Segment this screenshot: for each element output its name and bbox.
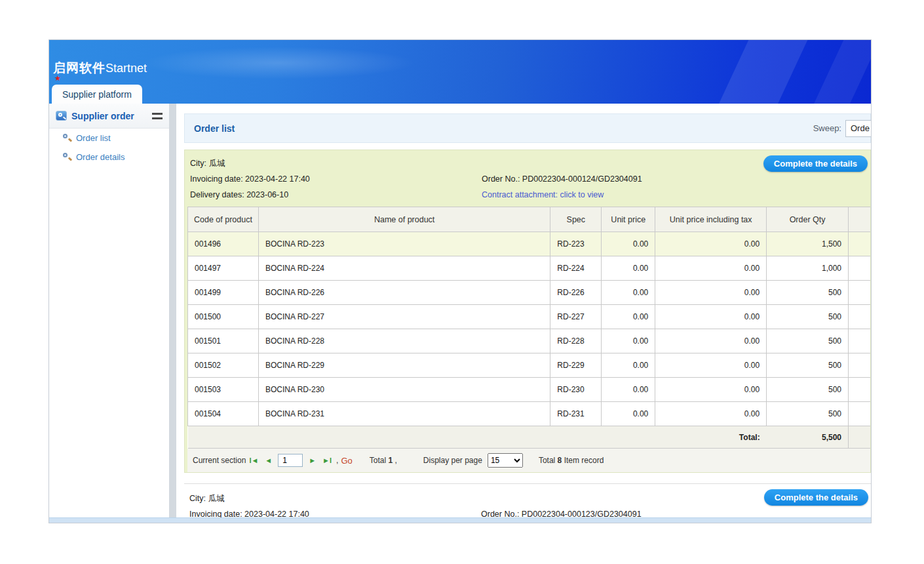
col-header-code: Code of product	[188, 207, 259, 232]
banner-streak	[712, 40, 813, 104]
table-cell: 0.00	[602, 353, 655, 378]
last-page-icon[interactable]: ►I	[322, 456, 332, 464]
menu-collapse-icon[interactable]	[152, 113, 163, 119]
table-cell: 0.00	[655, 305, 767, 329]
table-cell: 0.00	[655, 353, 767, 378]
page-size-select[interactable]: 15	[488, 453, 523, 468]
city-field: City: 瓜城	[189, 491, 481, 506]
table-cell: 500	[767, 305, 849, 329]
logo-text-cn: 启网软件	[53, 61, 106, 75]
invoicing-date-field: Invoicing date: 2023-04-22 17:40	[189, 506, 481, 517]
contract-attachment-link[interactable]: Contract attachment: click to view	[482, 187, 604, 203]
table-cell-empty	[849, 353, 872, 378]
table-cell: 0.00	[655, 329, 767, 353]
table-cell: 001503	[188, 378, 259, 402]
table-cell: RD-227	[550, 305, 602, 329]
order-no-field: Order No.: PD0022304-000123/GD2304091	[481, 506, 642, 517]
table-cell: 0.00	[602, 378, 655, 402]
table-cell: 001499	[188, 281, 259, 305]
table-cell: 500	[767, 402, 849, 426]
table-cell-empty	[849, 256, 872, 281]
col-header-unit-price: Unit price	[602, 207, 655, 232]
logo-text-en: Startnet	[106, 62, 147, 75]
delivery-date-field: Delivery dates: 2023-06-10	[190, 187, 482, 203]
table-row[interactable]: 001500BOCINA RD-227RD-2270.000.00500	[188, 305, 872, 329]
total-empty	[849, 426, 872, 449]
magnifier-icon	[62, 152, 72, 162]
sidebar-item-order-list[interactable]: Order list	[49, 129, 169, 148]
table-cell: 0.00	[655, 281, 767, 305]
total-label: Total:	[188, 426, 767, 449]
table-cell: 0.00	[602, 281, 655, 305]
table-cell: 0.00	[602, 305, 655, 329]
table-cell: 500	[767, 281, 849, 305]
order-items-table: Code of product Name of product Spec Uni…	[187, 207, 871, 449]
table-total-row: Total: 5,500	[188, 426, 872, 449]
sweep-label: Sweep:	[813, 123, 841, 133]
table-cell: 500	[767, 353, 849, 378]
main-content: Order list Sweep: Orde Complete the deta…	[176, 104, 871, 517]
table-cell: 0.00	[655, 256, 767, 281]
tab-supplier-platform[interactable]: Supplier platform	[52, 85, 142, 104]
col-header-name: Name of product	[258, 207, 550, 232]
sidebar-header[interactable]: Supplier order	[49, 104, 169, 129]
sweep-value: Orde	[851, 123, 870, 133]
table-cell: BOCINA RD-226	[258, 281, 550, 305]
table-cell-empty	[849, 232, 872, 256]
order-info-row: Invoicing date: 2023-04-22 17:40 Order N…	[187, 171, 870, 187]
table-cell: BOCINA RD-227	[258, 305, 550, 329]
table-cell: 0.00	[655, 402, 767, 426]
table-cell: 001497	[188, 256, 259, 281]
display-per-page-label: Display per page	[423, 456, 482, 465]
table-cell: 500	[767, 329, 849, 353]
table-cell-empty	[849, 378, 872, 402]
first-page-icon[interactable]: I◄	[249, 456, 258, 464]
order-info-row: Delivery dates: 2023-06-10 Contract atta…	[187, 187, 870, 203]
total-pages: Total 1 ,	[370, 456, 397, 465]
sidebar-item-label: Order details	[76, 152, 125, 162]
table-cell: 001502	[188, 353, 259, 378]
table-row[interactable]: 001499BOCINA RD-226RD-2260.000.00500	[188, 281, 872, 305]
table-cell: RD-229	[550, 353, 602, 378]
complete-details-button[interactable]: Complete the details	[764, 489, 868, 506]
table-row[interactable]: 001501BOCINA RD-228RD-2280.000.00500	[188, 329, 872, 353]
table-cell: 001500	[188, 305, 259, 329]
sidebar-item-order-details[interactable]: Order details	[49, 148, 169, 167]
table-row[interactable]: 001496BOCINA RD-223RD-2230.000.001,500	[188, 232, 872, 256]
sweep-select[interactable]: Orde	[845, 120, 871, 137]
banner-glow	[141, 47, 416, 79]
pager-comma: ,	[336, 456, 338, 465]
col-header-unit-price-tax: Unit price including tax	[655, 207, 767, 232]
table-cell: BOCINA RD-223	[258, 232, 550, 256]
table-cell: 0.00	[602, 256, 655, 281]
page-number-input[interactable]	[278, 454, 303, 467]
record-count: Total 8 Item record	[539, 456, 604, 465]
table-row[interactable]: 001503BOCINA RD-230RD-2300.000.00500	[188, 378, 872, 402]
table-row[interactable]: 001502BOCINA RD-229RD-2290.000.00500	[188, 353, 872, 378]
supplier-order-icon	[56, 111, 67, 121]
table-cell: 001496	[188, 232, 259, 256]
table-cell-empty	[849, 329, 872, 353]
table-cell-empty	[849, 305, 872, 329]
table-cell: 500	[767, 378, 849, 402]
table-cell: RD-223	[550, 232, 602, 256]
total-value: 5,500	[767, 426, 849, 449]
window-bottom-strip	[49, 517, 871, 523]
next-page-icon[interactable]: ►	[309, 456, 316, 464]
table-cell: RD-231	[550, 402, 602, 426]
table-cell: 1,000	[767, 256, 849, 281]
table-row[interactable]: 001504BOCINA RD-231RD-2310.000.00500	[188, 402, 872, 426]
prev-page-icon[interactable]: ◄	[265, 456, 272, 464]
table-header-row: Code of product Name of product Spec Uni…	[188, 207, 872, 232]
complete-details-button[interactable]: Complete the details	[763, 155, 868, 172]
go-link[interactable]: Go	[341, 456, 352, 466]
table-cell: BOCINA RD-231	[258, 402, 550, 426]
top-banner: ★ 启网软件Startnet Supplier platform	[49, 40, 871, 104]
order-no-field: Order No.: PD0022304-000124/GD2304091	[482, 171, 642, 187]
table-row[interactable]: 001497BOCINA RD-224RD-2240.000.001,000	[188, 256, 872, 281]
table-cell: BOCINA RD-229	[258, 353, 550, 378]
city-field: City: 瓜城	[190, 155, 482, 171]
order-table-body: 001496BOCINA RD-223RD-2230.000.001,50000…	[188, 232, 872, 426]
sidebar: Supplier order Order list Order details	[49, 104, 169, 517]
invoicing-date-field: Invoicing date: 2023-04-22 17:40	[190, 171, 482, 187]
